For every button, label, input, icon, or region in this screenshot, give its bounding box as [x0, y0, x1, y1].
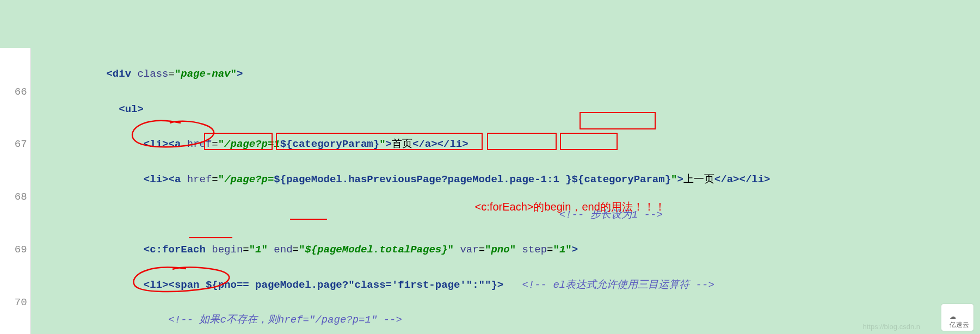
- line-number: 67: [2, 135, 27, 153]
- line-number: 68: [2, 188, 27, 206]
- code-line[interactable]: <li><span ${pno== pageModel.page?"class=…: [32, 276, 781, 294]
- code-line[interactable]: <!-- 步长设为1 -->: [32, 206, 781, 224]
- line-number-gutter: 66 67 68 69 70 71 72 73 74 75 76 77 78 7…: [0, 48, 31, 334]
- code-editor[interactable]: 66 67 68 69 70 71 72 73 74 75 76 77 78 7…: [0, 48, 980, 334]
- line-number: 70: [2, 294, 27, 311]
- annotation-underline-pno-text: [189, 237, 232, 238]
- code-line[interactable]: <li><a href="/page?p=${pageModel.hasPrev…: [32, 171, 781, 188]
- source-watermark: https://blog.csdn.n: [862, 323, 920, 331]
- code-line[interactable]: <li><a href="/page?p=1${categoryParam}">…: [32, 135, 781, 153]
- code-line[interactable]: <c:forEach begin="1" end="${pageModel.to…: [32, 241, 781, 258]
- brand-watermark: ☁ 亿速云: [941, 304, 973, 331]
- line-number: 66: [2, 83, 27, 101]
- code-line[interactable]: <ul>: [32, 101, 781, 118]
- code-line[interactable]: <!-- 如果c不存在，则href="/page?p=1" -->: [32, 311, 781, 329]
- line-number: 69: [2, 241, 27, 258]
- code-area[interactable]: <div class="page-nav"> <ul> <li><a href=…: [31, 48, 781, 334]
- cloud-icon: ☁: [950, 313, 956, 320]
- code-line[interactable]: <div class="page-nav">: [32, 65, 781, 83]
